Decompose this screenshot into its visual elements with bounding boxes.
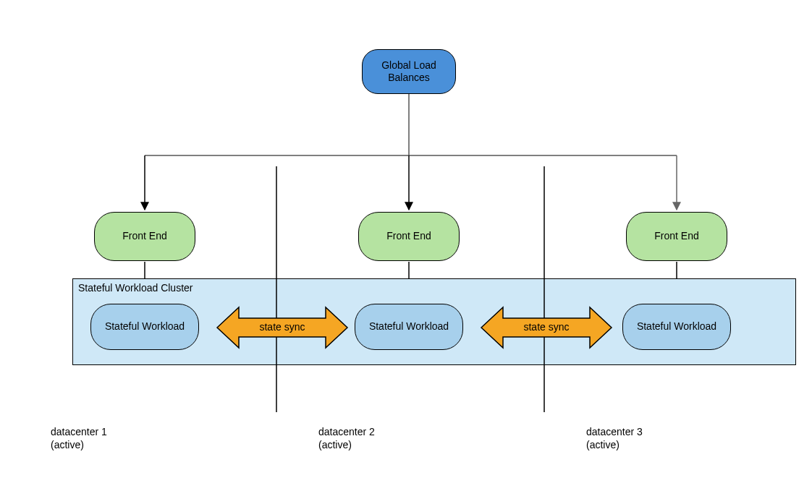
datacenter-label-3: datacenter 3 (active) (586, 425, 673, 451)
stateful-workload-node-3: Stateful Workload (622, 304, 731, 350)
diagram-stage: Stateful Workload Cluster state sync sta… (0, 0, 812, 504)
stateful-workload-node-1: Stateful Workload (90, 304, 199, 350)
front-end-node-2: Front End (358, 212, 460, 261)
front-end-node-3: Front End (626, 212, 727, 261)
front-end-node-1: Front End (94, 212, 195, 261)
datacenter-label-1: datacenter 1 (active) (51, 425, 138, 451)
stateful-workload-node-2: Stateful Workload (355, 304, 463, 350)
global-load-balancer-node: Global Load Balances (362, 49, 456, 94)
stateful-cluster-title: Stateful Workload Cluster (78, 282, 193, 294)
datacenter-label-2: datacenter 2 (active) (318, 425, 405, 451)
